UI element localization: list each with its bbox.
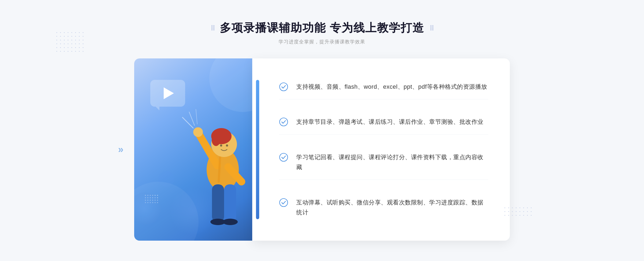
feature-item-3: 学习笔记回看、课程提问、课程评论打分、课件资料下载，重点内容收藏 [279, 145, 488, 180]
check-circle-icon-1 [279, 82, 288, 91]
blue-vertical-bar [256, 80, 259, 219]
svg-point-11 [220, 144, 222, 147]
check-circle-icon-2 [279, 117, 288, 126]
svg-line-13 [219, 158, 220, 182]
header-deco-left: ⁞⁞ [211, 24, 214, 32]
svg-line-15 [189, 112, 195, 125]
svg-rect-1 [212, 184, 224, 222]
svg-rect-2 [224, 184, 236, 222]
illustration-card [134, 58, 263, 241]
svg-point-20 [280, 199, 288, 207]
card-dots-decoration [145, 195, 158, 203]
person-illustration [169, 91, 260, 241]
check-circle-icon-3 [279, 153, 288, 162]
panel-wrapper: 支持视频、音频、flash、word、excel、ppt、pdf等各种格式的资源… [258, 58, 510, 241]
svg-point-12 [226, 144, 228, 147]
svg-line-16 [196, 109, 197, 124]
content-area: » [134, 58, 510, 241]
svg-point-17 [280, 83, 288, 91]
chevron-left-icon: » [118, 144, 123, 155]
feature-item-4: 互动弹幕、试听购买、微信分享、观看次数限制、学习进度跟踪、数据统计 [279, 190, 488, 225]
header-deco-right: ⁞⁞ [430, 24, 433, 32]
sub-title: 学习进度全掌握，提升录播课教学效果 [211, 39, 433, 45]
check-circle-icon-4 [279, 198, 288, 207]
feature-text-2: 支持章节目录、弹题考试、课后练习、课后作业、章节测验、批改作业 [296, 117, 484, 127]
dots-decoration-tl [56, 32, 89, 64]
features-panel: 支持视频、音频、flash、word、excel、ppt、pdf等各种格式的资源… [252, 58, 510, 241]
dots-decoration-br [504, 207, 537, 240]
svg-point-4 [223, 219, 238, 225]
svg-point-10 [212, 134, 220, 146]
header-decoration: ⁞⁞ 多项录播课辅助功能 专为线上教学打造 ⁞⁞ [211, 20, 433, 35]
header-section: ⁞⁞ 多项录播课辅助功能 专为线上教学打造 ⁞⁞ 学习进度全掌握，提升录播课教学… [211, 20, 433, 45]
page-wrapper: ⁞⁞ 多项录播课辅助功能 专为线上教学打造 ⁞⁞ 学习进度全掌握，提升录播课教学… [0, 0, 644, 261]
feature-text-1: 支持视频、音频、flash、word、excel、ppt、pdf等各种格式的资源… [296, 82, 487, 92]
feature-item-2: 支持章节目录、弹题考试、课后练习、课后作业、章节测验、批改作业 [279, 109, 488, 135]
feature-text-3: 学习笔记回看、课程提问、课程评论打分、课件资料下载，重点内容收藏 [296, 152, 488, 172]
svg-point-7 [193, 127, 203, 137]
svg-point-18 [280, 118, 288, 126]
deco-circle [134, 192, 161, 225]
feature-text-4: 互动弹幕、试听购买、微信分享、观看次数限制、学习进度跟踪、数据统计 [296, 197, 488, 218]
svg-line-14 [182, 117, 193, 128]
svg-point-19 [280, 153, 288, 161]
feature-item-1: 支持视频、音频、flash、word、excel、ppt、pdf等各种格式的资源… [279, 74, 488, 99]
main-title: 多项录播课辅助功能 专为线上教学打造 [220, 20, 424, 35]
